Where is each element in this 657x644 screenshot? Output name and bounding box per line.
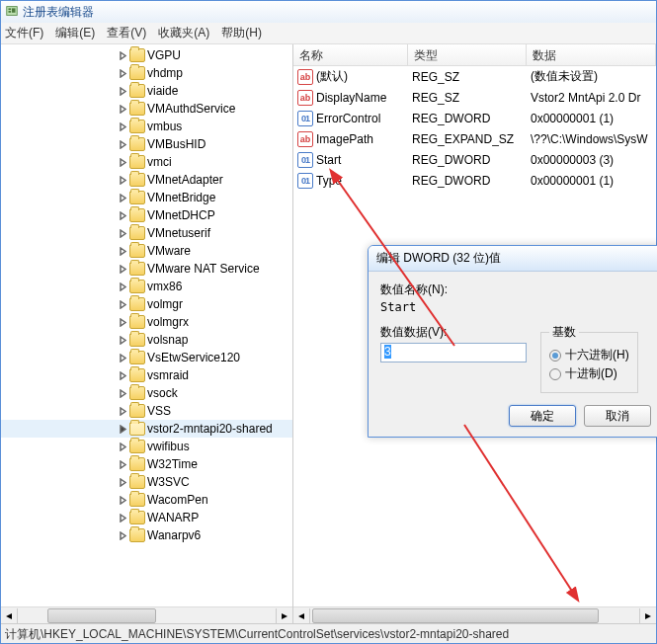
tree-item[interactable]: vsmraid (1, 366, 292, 384)
tree-item[interactable]: W32Time (1, 455, 292, 473)
tree-pane: VGPUvhdmpviaideVMAuthdServicevmbusVMBusH… (1, 44, 293, 623)
tree-item-label: VMBusHID (147, 137, 205, 151)
value-data: 0x00000001 (1) (527, 174, 656, 188)
menu-file[interactable]: 文件(F) (5, 25, 43, 41)
expand-icon[interactable] (118, 210, 127, 220)
expand-icon[interactable] (118, 299, 127, 309)
value-row[interactable]: ErrorControlREG_DWORD0x00000001 (1) (293, 108, 656, 128)
tree-item[interactable]: vhdmp (1, 64, 292, 82)
tree-item-label: W3SVC (147, 475, 190, 489)
expand-icon[interactable] (118, 264, 127, 274)
menu-favorites[interactable]: 收藏夹(A) (158, 25, 209, 41)
tree-item[interactable]: vsock (1, 384, 292, 402)
folder-icon (129, 84, 145, 98)
expand-icon[interactable] (118, 353, 127, 362)
tree-item[interactable]: vmbus (1, 118, 292, 135)
expand-icon[interactable] (118, 424, 127, 434)
folder-icon (129, 244, 145, 258)
expand-icon[interactable] (118, 317, 127, 327)
tree-item[interactable]: VMnetAdapter (1, 171, 292, 189)
menu-edit[interactable]: 编辑(E) (55, 25, 95, 41)
horizontal-scrollbar[interactable]: ◂ ▸ (293, 606, 656, 623)
expand-icon[interactable] (118, 104, 127, 114)
tree-item[interactable]: VMAuthdService (1, 100, 292, 118)
tree-item[interactable]: VsEtwService120 (1, 349, 292, 366)
tree-item[interactable]: WANARP (1, 509, 292, 526)
tree-item[interactable]: viaide (1, 82, 292, 100)
expand-icon[interactable] (118, 139, 127, 149)
menu-help[interactable]: 帮助(H) (221, 25, 262, 41)
tree-item[interactable]: vstor2-mntapi20-shared (1, 420, 292, 438)
folder-icon (129, 297, 145, 311)
folder-icon (129, 137, 145, 151)
expand-icon[interactable] (118, 477, 127, 487)
expand-icon[interactable] (118, 459, 127, 469)
column-name[interactable]: 名称 (293, 44, 408, 65)
expand-icon[interactable] (118, 388, 127, 398)
expand-icon[interactable] (118, 246, 127, 256)
folder-icon (129, 315, 145, 329)
tree-item[interactable]: VSS (1, 402, 292, 420)
radio-hex[interactable]: 十六进制(H) (549, 347, 629, 363)
folder-icon (129, 173, 145, 187)
value-row[interactable]: ImagePathREG_EXPAND_SZ\??\C:\Windows\Sys… (293, 128, 656, 149)
folder-icon (129, 280, 145, 293)
tree-item[interactable]: VMware NAT Service (1, 260, 292, 278)
tree-item[interactable]: VMnetBridge (1, 189, 292, 206)
tree-item[interactable]: vwifibus (1, 438, 292, 455)
folder-icon (129, 120, 145, 133)
svg-rect-3 (12, 8, 16, 12)
tree-item[interactable]: VMware (1, 242, 292, 260)
tree-item[interactable]: volmgrx (1, 313, 292, 331)
cancel-button[interactable]: 取消 (584, 405, 651, 427)
tree-item[interactable]: VMBusHID (1, 135, 292, 153)
radio-dec[interactable]: 十进制(D) (549, 365, 629, 382)
value-data: 0x00000001 (1) (527, 112, 656, 125)
horizontal-scrollbar[interactable]: ◂ ▸ (1, 606, 292, 623)
tree-item[interactable]: vmci (1, 153, 292, 171)
expand-icon[interactable] (118, 406, 127, 416)
value-type: REG_SZ (408, 70, 527, 84)
tree-item[interactable]: vmx86 (1, 278, 292, 295)
expand-icon[interactable] (118, 68, 127, 78)
tree-item-label: VSS (147, 404, 171, 418)
expand-icon[interactable] (118, 50, 127, 60)
window-title: 注册表编辑器 (23, 4, 94, 21)
expand-icon[interactable] (118, 442, 127, 451)
expand-icon[interactable] (118, 530, 127, 540)
tree-item[interactable]: VMnetuserif (1, 224, 292, 242)
expand-icon[interactable] (118, 335, 127, 345)
value-name-label: 数值名称(N): (380, 282, 651, 298)
expand-icon[interactable] (118, 513, 127, 523)
expand-icon[interactable] (118, 495, 127, 505)
tree-item[interactable]: Wanarpv6 (1, 526, 292, 544)
expand-icon[interactable] (118, 193, 127, 202)
value-data-input[interactable]: 3 (380, 343, 527, 362)
value-row[interactable]: StartREG_DWORD0x00000003 (3) (293, 149, 656, 170)
tree-item-label: VMnetAdapter (147, 173, 223, 187)
tree-item[interactable]: WacomPen (1, 491, 292, 509)
value-data: 0x00000003 (3) (527, 153, 656, 167)
expand-icon[interactable] (118, 121, 127, 131)
tree-item[interactable]: volmgr (1, 295, 292, 313)
expand-icon[interactable] (118, 175, 127, 185)
folder-icon (129, 48, 145, 62)
tree-item[interactable]: VMnetDHCP (1, 206, 292, 224)
tree-item[interactable]: W3SVC (1, 473, 292, 491)
column-type[interactable]: 类型 (408, 44, 527, 65)
tree-item[interactable]: volsnap (1, 331, 292, 349)
expand-icon[interactable] (118, 370, 127, 380)
expand-icon[interactable] (118, 86, 127, 96)
ok-button[interactable]: 确定 (509, 405, 576, 427)
column-data[interactable]: 数据 (527, 44, 656, 65)
expand-icon[interactable] (118, 157, 127, 167)
value-row[interactable]: DisplayNameREG_SZVstor2 MntApi 2.0 Dr (293, 87, 656, 108)
tree-item[interactable]: VGPU (1, 46, 292, 64)
tree-item-label: VMware NAT Service (147, 262, 260, 276)
value-row[interactable]: (默认)REG_SZ(数值未设置) (293, 66, 656, 87)
menu-view[interactable]: 查看(V) (107, 25, 146, 41)
tree-item-label: Wanarpv6 (147, 528, 201, 542)
expand-icon[interactable] (118, 228, 127, 238)
value-row[interactable]: TypeREG_DWORD0x00000001 (1) (293, 170, 656, 191)
expand-icon[interactable] (118, 282, 127, 291)
